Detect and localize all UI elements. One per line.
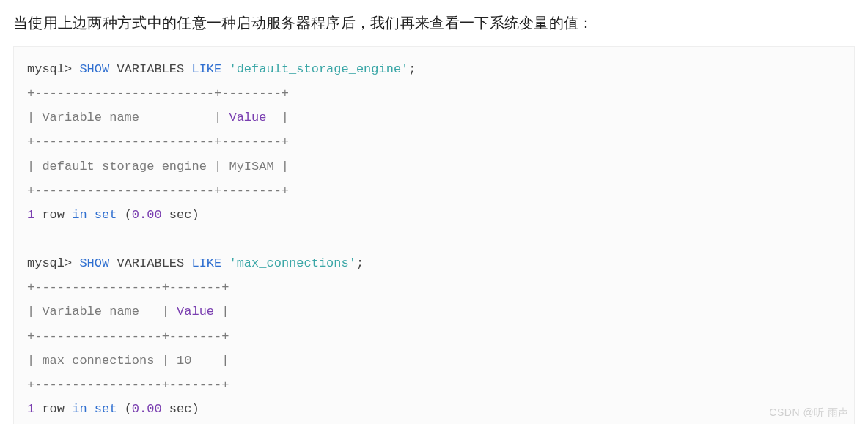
r2-a: 1 bbox=[27, 402, 34, 416]
r2-in: in bbox=[72, 402, 87, 416]
t2-row: | max_connections | 10 | bbox=[27, 354, 229, 368]
r1-c bbox=[87, 208, 95, 222]
r1-in: in bbox=[72, 208, 87, 222]
q1-vars: VARIABLES bbox=[109, 62, 191, 76]
t2-border-bot: +-----------------+-------+ bbox=[27, 378, 229, 392]
q1-semi: ; bbox=[408, 62, 416, 76]
t2-hdr-a: | Variable_name | bbox=[27, 305, 177, 319]
r1-a: 1 bbox=[27, 208, 34, 222]
t1-hdr-value: Value bbox=[229, 111, 266, 124]
intro-text: 当使用上边两种方式中的任意一种启动服务器程序后，我们再来查看一下系统变量的值： bbox=[13, 13, 855, 33]
q2-semi: ; bbox=[356, 256, 364, 270]
code-block: mysql> SHOW VARIABLES LIKE 'default_stor… bbox=[13, 46, 855, 424]
t1-hdr-b: | bbox=[266, 111, 289, 124]
t1-border-bot: +------------------------+--------+ bbox=[27, 184, 289, 198]
q2-str: 'max_connections' bbox=[229, 256, 356, 270]
q2-vars: VARIABLES bbox=[109, 256, 191, 270]
t2-border-mid: +-----------------+-------+ bbox=[27, 330, 229, 343]
r1-e: 0.00 bbox=[132, 208, 162, 222]
q1-str: 'default_storage_engine' bbox=[229, 62, 408, 76]
r1-d: ( bbox=[117, 208, 131, 222]
t2-border-top: +-----------------+-------+ bbox=[27, 280, 229, 294]
q2-show: SHOW bbox=[79, 256, 109, 270]
r2-c bbox=[87, 402, 95, 416]
t1-hdr-a: | Variable_name | bbox=[27, 111, 229, 124]
q1-sp bbox=[221, 62, 229, 76]
r2-b: row bbox=[34, 402, 72, 416]
r2-set: set bbox=[95, 402, 117, 416]
t1-border-mid: +------------------------+--------+ bbox=[27, 135, 289, 149]
t1-row: | default_storage_engine | MyISAM | bbox=[27, 160, 289, 174]
r2-d: ( bbox=[117, 402, 131, 416]
r1-b: row bbox=[34, 208, 72, 222]
r2-f: sec) bbox=[162, 402, 199, 416]
r1-set: set bbox=[95, 208, 117, 222]
r2-e: 0.00 bbox=[132, 402, 162, 416]
t2-hdr-b: | bbox=[214, 305, 229, 319]
t1-border-top: +------------------------+--------+ bbox=[27, 86, 289, 100]
q1-prompt: mysql> bbox=[27, 62, 79, 76]
t2-hdr-value: Value bbox=[177, 305, 214, 319]
r1-f: sec) bbox=[162, 208, 199, 222]
q2-like: LIKE bbox=[191, 256, 221, 270]
q2-sp bbox=[221, 256, 229, 270]
q1-show: SHOW bbox=[79, 62, 109, 76]
q2-prompt: mysql> bbox=[27, 256, 79, 270]
q1-like: LIKE bbox=[191, 62, 221, 76]
